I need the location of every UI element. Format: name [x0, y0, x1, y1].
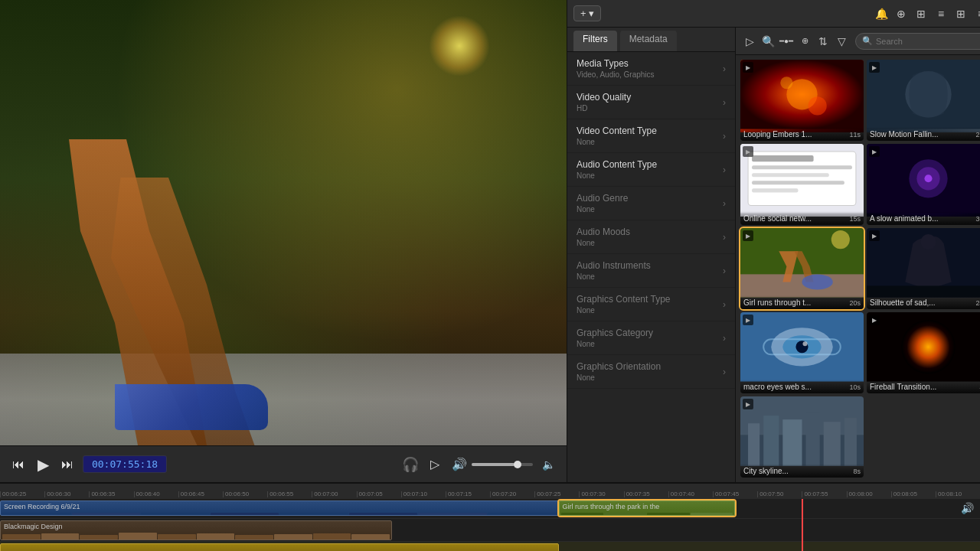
- tab-filters[interactable]: Filters: [573, 31, 617, 51]
- filter-list: Media Types Video, Audio, Graphics › Vid…: [567, 52, 735, 482]
- tab-metadata[interactable]: Metadata: [620, 31, 677, 51]
- filter-audio-content-type[interactable]: Audio Content Type None ›: [567, 153, 735, 187]
- globe-icon[interactable]: ⊕: [893, 6, 909, 21]
- rm-7: 00:07:00: [312, 491, 356, 497]
- clip-screen-recording[interactable]: Screen Recording 6/9/21: [0, 500, 559, 516]
- media-item-2[interactable]: Slow Motion Fallin... 21s ▶: [867, 60, 980, 141]
- filter-audio-moods[interactable]: Audio Moods None ›: [567, 220, 735, 254]
- media-item-5[interactable]: Girl runs through t... 20s ▶: [740, 228, 864, 309]
- clip-girl-runs[interactable]: Girl runs through the park in the: [559, 500, 735, 516]
- svg-rect-35: [763, 416, 779, 465]
- timeline-tracks[interactable]: Screen Recording 6/9/21 Girl runs thr: [0, 499, 980, 551]
- media-item-9-label: City skyline...: [740, 464, 864, 478]
- media-item-5-duration: 20s: [849, 299, 861, 307]
- volume-slider[interactable]: [472, 463, 533, 466]
- notification-icon[interactable]: 🔔: [874, 6, 889, 21]
- video-preview[interactable]: [0, 0, 567, 445]
- speaker-icon: 🔊: [450, 455, 469, 474]
- svg-point-22: [920, 234, 936, 249]
- filter-audio-instruments-title: Audio Instruments: [577, 260, 723, 271]
- media-item-1[interactable]: Looping Embers 1... 11s ▶: [740, 60, 864, 141]
- media-item-6[interactable]: Silhouette of sad,... 24s ▶: [867, 228, 980, 309]
- headphones-icon[interactable]: 🎧: [401, 455, 420, 474]
- filter-video-content-title: Video Content Type: [577, 126, 723, 136]
- media-item-7[interactable]: macro eyes web s... 10s ▶: [740, 312, 864, 393]
- filter-graphics-category[interactable]: Graphics Category None ›: [567, 321, 735, 355]
- grid2-icon[interactable]: ⊞: [953, 6, 969, 21]
- media-grid-toolbar: ▷ 🔍 ━●━ ⊕ ⇅ ▽ 🔍: [736, 28, 980, 55]
- media-item-4[interactable]: A slow animated b... 30s ▶: [867, 144, 980, 225]
- grid-view-icon[interactable]: ⊞: [913, 6, 929, 21]
- media-item-7-duration: 10s: [849, 383, 861, 391]
- media-item-6-type: ▶: [869, 230, 880, 241]
- media-item-7-label: macro eyes web s...: [740, 380, 864, 393]
- rm-11: 00:07:20: [490, 491, 534, 497]
- filter-video-content-type[interactable]: Video Content Type None ›: [567, 119, 735, 153]
- search-input[interactable]: [876, 37, 980, 46]
- clip-caption-yellow[interactable]: [0, 543, 559, 551]
- filter-tabs: Filters Metadata: [567, 28, 735, 52]
- filter-video-quality[interactable]: Video Quality HD ›: [567, 86, 735, 119]
- list2-icon[interactable]: ≡: [973, 6, 980, 21]
- filter-graphics-orientation-title: Graphics Orientation: [577, 361, 723, 372]
- media-item-3-type: ▶: [743, 146, 753, 157]
- filter-graphics-orientation-sub: None: [577, 373, 723, 382]
- media-item-8[interactable]: Fireball Transition... 4s ▶: [867, 312, 980, 393]
- media-item-1-duration: 11s: [849, 131, 861, 139]
- add-button[interactable]: + ▾: [573, 5, 601, 21]
- rm-12: 00:07:25: [534, 491, 579, 497]
- filter-audio-moods-title: Audio Moods: [577, 227, 723, 237]
- filter-graphics-orientation[interactable]: Graphics Orientation None ›: [567, 355, 735, 389]
- next-icon[interactable]: ▷: [426, 455, 444, 474]
- sun-flare: [429, 15, 490, 77]
- media-item-1-label: Looping Embers 1...: [740, 127, 864, 141]
- rm-9: 00:07:10: [401, 491, 446, 497]
- right-content: Filters Metadata Media Types Video, Audi…: [567, 28, 980, 482]
- filter-audio-instruments[interactable]: Audio Instruments None ›: [567, 254, 735, 288]
- filter-audio-content-title: Audio Content Type: [577, 159, 723, 170]
- right-toolbar: + ▾ 🔔 ⊕ ⊞ ≡ ⊞ ≡: [567, 0, 980, 28]
- media-item-4-type: ▶: [869, 146, 880, 157]
- svg-rect-9: [752, 165, 852, 169]
- filter-graphics-content-type[interactable]: Graphics Content Type None ›: [567, 288, 735, 321]
- search-icon: 🔍: [862, 36, 873, 46]
- media-item-9[interactable]: City skyline... 8s ▶: [740, 396, 864, 478]
- play-pause-button[interactable]: ▶: [34, 455, 52, 474]
- filter-audio-genre-title: Audio Genre: [577, 193, 723, 204]
- volume-control[interactable]: 🔊: [450, 455, 533, 474]
- media-item-3[interactable]: Online social netw... 15s ▶: [740, 144, 864, 225]
- filter-media-types[interactable]: Media Types Video, Audio, Graphics ›: [567, 52, 735, 86]
- filter-video-content-sub: None: [577, 138, 723, 146]
- rm-14: 00:07:35: [624, 491, 668, 497]
- track-audio: Blackmagic Design: [0, 519, 980, 542]
- filter-audio-genre[interactable]: Audio Genre None ›: [567, 187, 735, 220]
- rm-10: 00:07:15: [446, 491, 490, 497]
- playhead[interactable]: [802, 499, 803, 551]
- right-panel: + ▾ 🔔 ⊕ ⊞ ≡ ⊞ ≡ Filters Metadata: [567, 0, 980, 482]
- zoom-slider-icon[interactable]: ━●━: [779, 34, 794, 49]
- full-timeline: 00:06:25 00:06:30 00:06:35 00:06:40 00:0…: [0, 482, 980, 551]
- filter-icon[interactable]: ▽: [834, 34, 849, 49]
- media-item-8-label: Fireball Transition...: [867, 380, 980, 393]
- ruler-marks: 00:06:25 00:06:30 00:06:35 00:06:40 00:0…: [0, 484, 980, 497]
- filter-audio-content-arrow: ›: [723, 165, 726, 175]
- svg-point-3: [808, 96, 827, 115]
- media-grid-panel: ▷ 🔍 ━●━ ⊕ ⇅ ▽ 🔍: [736, 28, 980, 482]
- mute-icon[interactable]: 🔈: [539, 455, 557, 474]
- clip-girl-runs-label: Girl runs through the park in the: [560, 501, 734, 512]
- rm-1: 00:06:30: [44, 491, 89, 497]
- rm-3: 00:06:40: [134, 491, 178, 497]
- media-item-3-label: Online social netw...: [740, 211, 864, 225]
- filter-media-types-arrow: ›: [723, 64, 726, 74]
- volume-thumb: [514, 461, 521, 468]
- timeline-icon[interactable]: ▷: [742, 34, 757, 49]
- list-view-icon[interactable]: ≡: [933, 6, 949, 21]
- sort-icon[interactable]: ⇅: [815, 34, 831, 49]
- zoom-out-icon[interactable]: 🔍: [760, 34, 776, 49]
- zoom-in-icon[interactable]: ⊕: [797, 34, 812, 49]
- skip-back-button[interactable]: ⏮: [9, 455, 28, 474]
- track-video: Screen Recording 6/9/21 Girl runs thr: [0, 499, 980, 519]
- clip-audio-blackmagic[interactable]: Blackmagic Design: [0, 520, 392, 540]
- filter-audio-genre-arrow: ›: [723, 198, 726, 209]
- skip-forward-button[interactable]: ⏭: [58, 455, 77, 474]
